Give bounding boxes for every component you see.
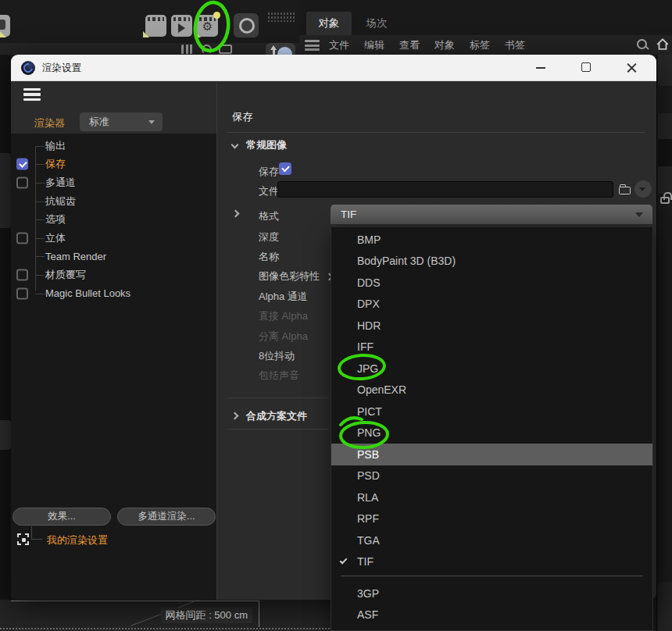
folder-icon — [619, 187, 631, 194]
tree-item[interactable]: 材质覆写 — [11, 266, 216, 284]
pan-tool-icon[interactable] — [181, 45, 194, 54]
top-toolbar: 对象 场次 文件编辑查看对象标签书签 — [0, 0, 672, 55]
tree-item-label: 材质覆写 — [45, 268, 86, 282]
compositing-file-section[interactable]: 合成方案文件 — [232, 409, 307, 423]
checkmark-icon — [340, 556, 348, 564]
format-option-asf[interactable]: ASF — [331, 604, 652, 626]
format-dropdown-list: BMPBodyPaint 3D (B3D)DDSDPXHDRIFFJPGOpen… — [331, 227, 653, 631]
regular-image-section[interactable]: 常规图像 — [232, 138, 287, 152]
format-combobox[interactable]: TIF — [331, 205, 652, 224]
format-option-hdr[interactable]: HDR — [331, 315, 652, 337]
view-layout-icon[interactable] — [266, 43, 295, 55]
viewport-icon[interactable] — [219, 45, 232, 54]
tree-item-checkbox[interactable] — [16, 232, 28, 244]
format-option-psb[interactable]: PSB — [331, 444, 652, 465]
render-to-picture-viewer-icon[interactable] — [171, 15, 192, 37]
format-option-png[interactable]: PNG — [331, 422, 652, 444]
tree-item[interactable]: Team Render — [11, 248, 216, 266]
file-path-input[interactable] — [277, 181, 613, 198]
flyout-triangle — [143, 31, 149, 37]
dotted-separator — [0, 628, 336, 629]
multipass-render-button[interactable]: 多通道渲染... — [117, 508, 216, 526]
menu-items: 文件编辑查看对象标签书签 — [329, 35, 525, 55]
menu-item-4[interactable]: 标签 — [470, 38, 490, 52]
effects-button[interactable]: 效果... — [13, 508, 111, 526]
menu-item-0[interactable]: 文件 — [329, 38, 349, 52]
menu-item-2[interactable]: 查看 — [399, 38, 420, 52]
dropdown-separator — [341, 576, 643, 576]
settings-tree-panel: 输出保存多通道抗锯齿选项立体Team Render材质覆写Magic Bulle… — [11, 134, 216, 600]
format-option-psd[interactable]: PSD — [331, 465, 652, 487]
format-option-3gp[interactable]: 3GP — [331, 583, 652, 604]
tree-item-label: 保存 — [45, 157, 66, 171]
dialog-title: 渲染设置 — [42, 62, 81, 75]
format-option-pict[interactable]: PICT — [331, 401, 652, 422]
tree-item-label: Team Render — [45, 251, 106, 262]
tree-item-label: 选项 — [45, 212, 66, 226]
modified-dot — [213, 12, 220, 19]
viewport-status-area: 网格间距 : 500 cm — [0, 600, 338, 631]
lock-icon[interactable] — [660, 197, 670, 204]
play-icon — [178, 23, 185, 33]
tree-item[interactable]: 保存 — [11, 155, 216, 174]
format-option-bmp[interactable]: BMP — [331, 229, 652, 251]
format-expand-chevron[interactable] — [232, 210, 240, 218]
browse-folder-button[interactable] — [617, 182, 633, 198]
tree-item[interactable]: 抗锯齿 — [11, 192, 216, 211]
minimize-button[interactable] — [536, 67, 545, 69]
format-option-avi[interactable]: AVI — [331, 626, 652, 631]
tree-item-checkbox[interactable] — [16, 287, 28, 299]
tree-item[interactable]: 选项 — [11, 210, 216, 229]
tab-objects[interactable]: 对象 — [306, 12, 352, 35]
menu-item-3[interactable]: 对象 — [434, 38, 455, 52]
tree-item[interactable]: 立体 — [11, 229, 216, 248]
format-option-iff[interactable]: IFF — [331, 337, 652, 358]
tab-takes[interactable]: 场次 — [354, 12, 399, 35]
left-panel-strip — [0, 55, 11, 631]
toolbar-second-row — [0, 43, 299, 55]
chevron-down-icon — [231, 141, 239, 149]
tree-item-checkbox[interactable] — [16, 269, 28, 280]
dialog-titlebar[interactable]: 渲染设置 — [11, 55, 656, 81]
tree-item-checkbox[interactable] — [16, 159, 28, 170]
menu-item-1[interactable]: 编辑 — [364, 38, 384, 52]
home-icon[interactable] — [656, 37, 670, 52]
grid-spacing-panel: 网格间距 : 500 cm — [11, 601, 259, 627]
hemisphere-icon — [277, 47, 292, 55]
tree-item[interactable]: 输出 — [11, 137, 216, 155]
tree-item-label: 输出 — [45, 139, 66, 153]
format-option-dpx[interactable]: DPX — [331, 294, 652, 316]
format-option-rpf[interactable]: RPF — [331, 508, 652, 530]
save-checkbox[interactable] — [279, 162, 291, 175]
dialog-menu-icon[interactable] — [23, 88, 41, 103]
flyout-triangle — [195, 31, 201, 37]
render-preset-icon — [17, 533, 29, 545]
close-button[interactable] — [627, 62, 637, 73]
format-option-rla[interactable]: RLA — [331, 487, 652, 508]
palette-drag-handle[interactable] — [267, 12, 296, 22]
orbit-tool-icon[interactable] — [202, 45, 212, 55]
file-options-dropdown-button[interactable] — [634, 180, 652, 198]
render-preset-item[interactable]: 我的渲染设置 — [47, 533, 108, 547]
interactive-render-region-icon[interactable] — [234, 13, 259, 37]
tree-item[interactable]: 多通道 — [11, 173, 216, 192]
save-page-title: 保存 — [232, 110, 253, 124]
format-option-tif[interactable]: TIF — [331, 551, 652, 573]
format-option-bodypaint-3d-b3d-[interactable]: BodyPaint 3D (B3D) — [331, 251, 652, 273]
menu-item-5[interactable]: 书签 — [505, 38, 525, 52]
manager-menu-icon[interactable] — [305, 40, 320, 53]
tree-item-checkbox[interactable] — [16, 176, 28, 188]
maximize-button[interactable] — [581, 62, 591, 72]
object-manager-menubar: 文件编辑查看对象标签书签 — [299, 35, 672, 55]
renderer-label: 渲染器 — [34, 116, 65, 130]
settings-tree: 输出保存多通道抗锯齿选项立体Team Render材质覆写Magic Bulle… — [11, 137, 216, 302]
format-option-jpg[interactable]: JPG — [331, 358, 652, 380]
search-icon[interactable] — [637, 39, 649, 51]
up-arrow-icon — [270, 45, 277, 50]
renderer-dropdown[interactable]: 标准 — [80, 112, 163, 131]
format-option-openexr[interactable]: OpenEXR — [331, 380, 652, 401]
tree-item[interactable]: Magic Bullet Looks — [11, 284, 216, 303]
cinema4d-app-icon — [21, 61, 35, 75]
format-option-dds[interactable]: DDS — [331, 272, 652, 294]
format-option-tga[interactable]: TGA — [331, 529, 652, 551]
